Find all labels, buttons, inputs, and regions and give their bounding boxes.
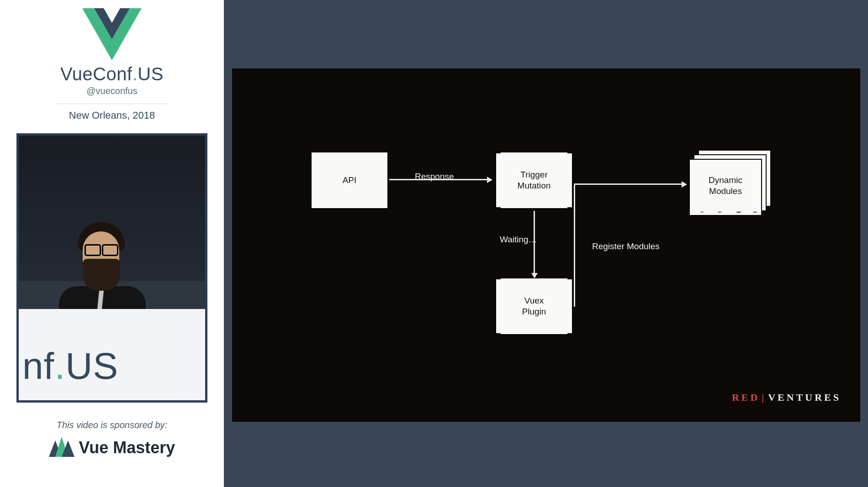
diagram-node-api: API — [311, 152, 388, 209]
vue-logo-icon — [82, 8, 142, 62]
diagram-node-trigger-mutation: Trigger Mutation — [495, 152, 573, 209]
conference-handle: @vueconfus — [86, 86, 137, 96]
speaker-beard — [83, 259, 120, 291]
presentation-slide: API Trigger Mutation Vuex Plugin Respons… — [232, 68, 860, 422]
node-label: Vuex Plugin — [522, 295, 546, 317]
edge-label-waiting: Waiting… — [500, 235, 537, 245]
conf-name-b: US — [138, 64, 164, 84]
sponsor-line: This video is sponsored by: — [57, 420, 167, 430]
podium-text: nf.US — [22, 345, 118, 388]
conference-location: New Orleans, 2018 — [69, 110, 155, 121]
node-label: API — [343, 175, 357, 186]
diagram-node-vuex-plugin: Vuex Plugin — [495, 278, 573, 335]
podium-b: US — [65, 345, 118, 387]
edge-label-response: Response — [415, 172, 454, 182]
brand-rest: VENTURES — [768, 392, 841, 403]
podium: nf.US — [19, 309, 205, 400]
conf-name-dot: . — [132, 64, 138, 84]
speaker-video-frame: nf.US — [16, 133, 207, 403]
diagram-node-dynamic-modules: Dynamic Modules — [689, 150, 767, 218]
sidebar: VueConf.US @vueconfus New Orleans, 2018 … — [0, 0, 224, 487]
main: API Trigger Mutation Vuex Plugin Respons… — [224, 0, 868, 487]
node-label: Dynamic Modules — [709, 175, 742, 197]
brand-divider-icon: | — [762, 392, 766, 403]
brand-red: RED — [732, 392, 760, 403]
sponsor-name: Vue Mastery — [79, 438, 175, 457]
edge-label-register: Register Modules — [592, 241, 660, 251]
vue-mastery-logo-icon — [49, 437, 74, 459]
conf-name-a: VueConf — [60, 64, 132, 84]
podium-dot: . — [54, 345, 65, 387]
divider — [55, 104, 169, 104]
node-label: Trigger Mutation — [518, 169, 551, 191]
podium-a: nf — [22, 345, 54, 387]
slide-footer-brand: RED|VENTURES — [732, 392, 841, 403]
document-icon: Dynamic Modules — [689, 159, 762, 213]
glasses-icon — [85, 244, 118, 254]
sponsor-row: Vue Mastery — [49, 437, 175, 459]
conference-title: VueConf.US — [60, 64, 164, 84]
